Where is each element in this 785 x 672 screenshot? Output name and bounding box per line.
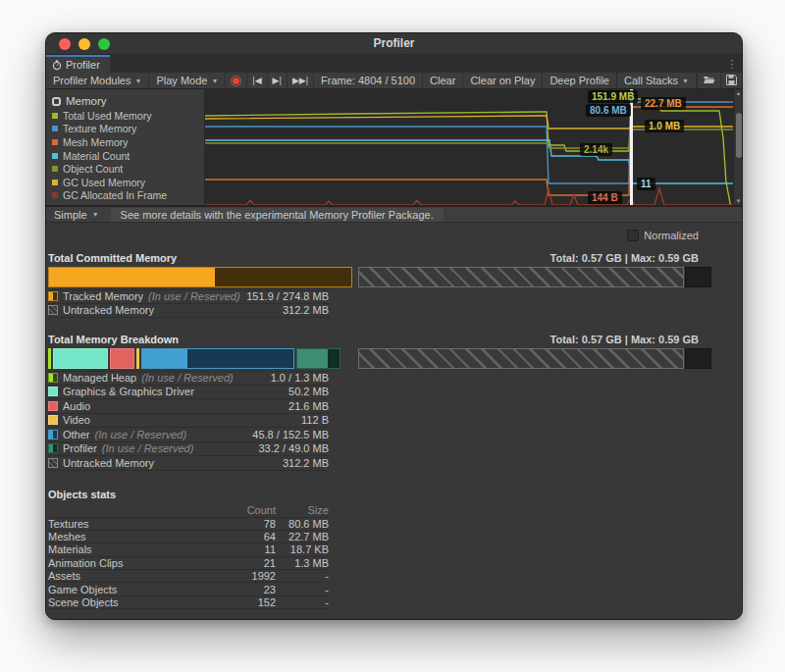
- value-badge-gc-used: 1.0 MB: [645, 120, 684, 132]
- memory-breakdown-bar[interactable]: [48, 348, 711, 369]
- normalized-label: Normalized: [644, 230, 699, 241]
- legend-item-material-count[interactable]: Material Count: [52, 149, 198, 163]
- memory-breakdown-legend: Managed Heap (In use / Reserved) 1.0 / 1…: [48, 371, 329, 471]
- untracked-memory-segment: [358, 348, 684, 369]
- audio-swatch: [48, 401, 58, 411]
- memory-breakdown-title: Total Memory Breakdown: [48, 334, 179, 345]
- chevron-down-icon: ▼: [134, 78, 141, 84]
- table-row-assets[interactable]: Assets 1992 -: [48, 570, 329, 583]
- untracked-memory-swatch: [48, 305, 58, 315]
- legend-row-video[interactable]: Video 112 B: [48, 414, 329, 429]
- line-gc-allocated-in-frame: [205, 188, 733, 205]
- table-row-materials[interactable]: Materials 11 18.7 KB: [48, 543, 329, 556]
- count-column-header: Count: [187, 504, 276, 516]
- tab-label: Profiler: [66, 59, 100, 71]
- memory-chart-row: Memory Total Used Memory Texture Memory …: [46, 89, 742, 207]
- table-row-animation-clips[interactable]: Animation Clips 21 1.3 MB: [48, 557, 329, 570]
- other-swatch: [48, 430, 58, 439]
- committed-memory-totals: Total: 0.57 GB | Max: 0.59 GB: [550, 252, 699, 264]
- value-badge-texture: 80.6 MB: [586, 104, 631, 117]
- scroll-up-icon[interactable]: ▲: [734, 90, 743, 96]
- record-icon: [231, 76, 241, 86]
- play-mode-dropdown[interactable]: Play Mode▼: [149, 73, 226, 88]
- deep-profile-button[interactable]: Deep Profile: [543, 73, 617, 88]
- memory-module-header[interactable]: Memory: [52, 93, 198, 109]
- legend-row-audio[interactable]: Audio 21.6 MB: [48, 399, 329, 414]
- memory-details-pane: Normalized Total Committed Memory Total:…: [46, 223, 742, 620]
- table-row-gc-allocated[interactable]: GC allocated in frame 4 144 B: [48, 618, 329, 620]
- module-icon: [52, 97, 61, 106]
- main-toolbar: Profiler Modules▼ Play Mode▼ |◀ ▶| ▶▶| F…: [46, 73, 742, 89]
- size-column-header: Size: [276, 504, 329, 516]
- tab-profiler[interactable]: Profiler: [46, 55, 110, 73]
- scrollbar-thumb[interactable]: [736, 113, 742, 158]
- profiler-modules-dropdown[interactable]: Profiler Modules▼: [46, 73, 149, 88]
- chart-vertical-scrollbar[interactable]: ▲ ▼: [733, 89, 742, 205]
- folder-open-icon: [703, 75, 715, 86]
- max-memory-block: [685, 267, 711, 287]
- objects-stats-header: Count Size: [48, 503, 329, 518]
- clear-on-play-button[interactable]: Clear on Play: [463, 73, 543, 88]
- current-frame-button[interactable]: ▶▶|: [288, 73, 314, 88]
- load-profile-button[interactable]: [697, 73, 721, 88]
- graphics-swatch: [48, 387, 58, 396]
- tab-overflow-menu-icon[interactable]: ⋮: [726, 57, 738, 71]
- value-badge-total-used: 151.9 MB: [588, 90, 638, 103]
- value-badge-gc-allocated: 144 B: [588, 191, 622, 204]
- save-profile-button[interactable]: [721, 73, 743, 88]
- clear-button[interactable]: Clear: [423, 73, 463, 88]
- legend-swatch: [52, 113, 58, 119]
- legend-row-managed-heap[interactable]: Managed Heap (In use / Reserved) 1.0 / 1…: [48, 371, 329, 386]
- table-row-meshes[interactable]: Meshes 64 22.7 MB: [48, 531, 329, 543]
- objects-stats-title: Objects stats: [48, 489, 711, 503]
- profiler-segment: [296, 348, 340, 369]
- audio-segment: [110, 348, 134, 369]
- memory-chart-plot[interactable]: 151.9 MB 80.6 MB 22.7 MB 1.0 MB 2.14k 11…: [205, 89, 733, 205]
- tracked-memory-swatch: [48, 291, 58, 301]
- memory-profiler-hint: See more details with the experimental M…: [111, 208, 444, 222]
- legend-swatch: [52, 126, 58, 131]
- legend-item-texture-memory[interactable]: Texture Memory: [52, 123, 198, 136]
- committed-memory-bar[interactable]: [48, 267, 711, 287]
- legend-item-gc-used-memory[interactable]: GC Used Memory: [52, 176, 198, 189]
- legend-row-profiler[interactable]: Profiler (In use / Reserved) 33.2 / 49.0…: [48, 442, 329, 457]
- legend-item-gc-allocated-in-frame[interactable]: GC Allocated In Frame: [52, 189, 198, 203]
- details-toolbar: Simple▼ See more details with the experi…: [46, 207, 742, 223]
- legend-row-other[interactable]: Other (In use / Reserved) 45.8 / 152.5 M…: [48, 428, 329, 442]
- normalized-checkbox[interactable]: [627, 230, 639, 241]
- record-button[interactable]: [226, 73, 247, 88]
- video-swatch: [48, 415, 58, 425]
- legend-row-untracked-memory[interactable]: Untracked Memory 312.2 MB: [48, 304, 329, 319]
- stopwatch-icon: [52, 60, 62, 71]
- table-row-textures[interactable]: Textures 78 80.6 MB: [48, 518, 329, 531]
- scroll-down-icon[interactable]: ▼: [734, 198, 743, 204]
- table-row-game-objects[interactable]: Game Objects 23 -: [48, 583, 329, 595]
- legend-item-total-used-memory[interactable]: Total Used Memory: [52, 109, 198, 123]
- view-mode-dropdown[interactable]: Simple▼: [50, 207, 103, 222]
- legend-swatch: [52, 139, 58, 145]
- max-memory-block: [685, 348, 711, 369]
- tracked-in-use-segment: [49, 268, 215, 286]
- previous-frame-button[interactable]: |◀: [247, 73, 267, 88]
- call-stacks-dropdown[interactable]: Call Stacks▼: [617, 73, 697, 88]
- value-badge-mesh: 22.7 MB: [641, 97, 686, 110]
- video-segment: [136, 348, 139, 369]
- value-badge-object-count: 2.14k: [580, 143, 612, 156]
- module-name: Memory: [66, 95, 107, 107]
- table-row-scene-objects[interactable]: Scene Objects 152 -: [48, 596, 329, 609]
- untracked-memory-segment: [358, 267, 684, 287]
- legend-swatch: [52, 166, 58, 172]
- managed-heap-swatch: [48, 373, 58, 383]
- legend-item-mesh-memory[interactable]: Mesh Memory: [52, 135, 198, 149]
- title-bar[interactable]: Profiler: [46, 33, 742, 55]
- legend-row-graphics[interactable]: Graphics & Graphics Driver 50.2 MB: [48, 386, 329, 400]
- memory-breakdown-totals: Total: 0.57 GB | Max: 0.59 GB: [550, 334, 699, 345]
- legend-item-object-count[interactable]: Object Count: [52, 162, 198, 176]
- committed-memory-title: Total Committed Memory: [48, 252, 177, 264]
- next-frame-button[interactable]: ▶|: [268, 73, 288, 88]
- legend-row-tracked-memory[interactable]: Tracked Memory (In use / Reserved) 151.9…: [48, 289, 329, 304]
- legend-row-untracked-memory[interactable]: Untracked Memory 312.2 MB: [48, 456, 329, 471]
- chevron-down-icon: ▼: [92, 211, 99, 218]
- value-badge-material-count: 11: [637, 178, 655, 190]
- save-icon: [726, 75, 737, 87]
